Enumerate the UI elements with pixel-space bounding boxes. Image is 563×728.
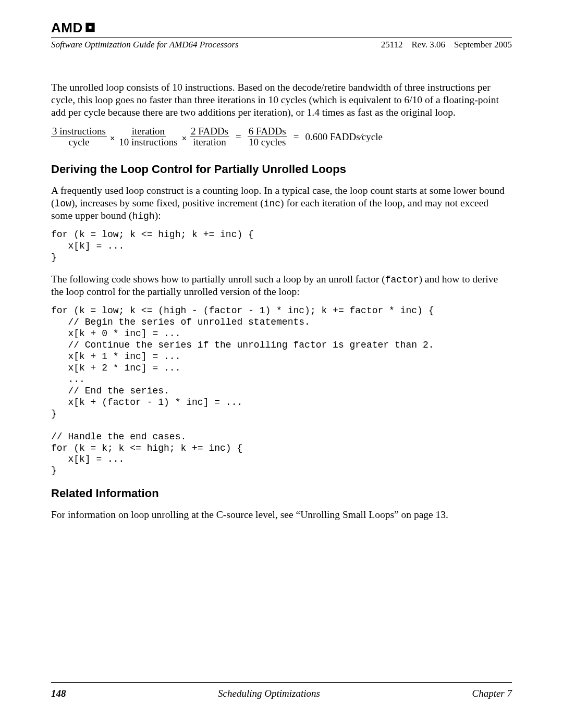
fraction-2: iteration 10 instructions (118, 126, 178, 147)
related-info-paragraph: For information on loop unrolling at the… (51, 509, 512, 521)
fraction-1-numerator: 3 instructions (51, 126, 107, 137)
brand-logo: AMD (51, 20, 512, 36)
footer-chapter-title: Scheduling Optimizations (218, 688, 320, 699)
fraction-1: 3 instructions cycle (51, 126, 107, 147)
footer-row: 148 Scheduling Optimizations Chapter 7 (51, 688, 512, 699)
running-header: Software Optimization Guide for AMD64 Pr… (51, 40, 512, 50)
equals-sign: = (231, 131, 246, 143)
text-run: ): (155, 210, 161, 221)
page: AMD Software Optimization Guide for AMD6… (0, 0, 563, 728)
running-footer: 148 Scheduling Optimizations Chapter 7 (51, 682, 512, 699)
inline-code-high: high (132, 211, 154, 221)
page-number: 148 (51, 688, 66, 699)
code-block-unrolled-loop: for (k = low; k <= (high - (factor - 1) … (51, 305, 512, 477)
inline-code-inc: inc (264, 199, 280, 209)
throughput-equation: 3 instructions cycle × iteration 10 inst… (51, 126, 512, 147)
inline-code-factor: factor (385, 275, 419, 285)
section-heading-related: Related Information (51, 486, 512, 500)
text-run: The following code shows how to partiall… (51, 274, 385, 285)
fraction-4-denominator: 10 cycles (248, 137, 287, 147)
footer-chapter-label: Chapter 7 (472, 688, 512, 699)
fraction-3: 2 FADDs iteration (190, 126, 229, 147)
multiply-icon: × (181, 133, 188, 144)
section-heading-deriving: Deriving the Loop Control for Partially … (51, 162, 512, 176)
brand-logo-arrow-icon (84, 20, 96, 36)
text-run: ), increases by some fixed, positive inc… (71, 198, 264, 208)
doc-title: Software Optimization Guide for AMD64 Pr… (51, 40, 239, 50)
footer-rule (51, 682, 512, 683)
section1-paragraph-b: The following code shows how to partiall… (51, 273, 512, 298)
doc-meta: 25112 Rev. 3.06 September 2005 (381, 40, 512, 50)
fraction-3-denominator: iteration (192, 137, 227, 147)
fraction-3-numerator: 2 FADDs (190, 126, 229, 137)
equals-sign: = (289, 131, 303, 143)
intro-paragraph: The unrolled loop consists of 10 instruc… (51, 81, 512, 119)
fraction-4-numerator: 6 FADDs (248, 126, 287, 137)
fraction-4: 6 FADDs 10 cycles (248, 126, 287, 147)
code-block-simple-loop: for (k = low; k <= high; k += inc) { x[k… (51, 229, 512, 264)
fraction-2-numerator: iteration (131, 126, 166, 137)
section1-paragraph-a: A frequently used loop construct is a co… (51, 184, 512, 222)
multiply-icon: × (109, 133, 116, 144)
body-content: The unrolled loop consists of 10 instruc… (51, 81, 512, 521)
brand-logo-text: AMD (51, 20, 83, 36)
equation-result: 0.600 FADDs⁄cycle (305, 131, 382, 143)
fraction-1-denominator: cycle (67, 137, 90, 147)
header-rule (51, 37, 512, 38)
fraction-2-denominator: 10 instructions (118, 137, 178, 147)
inline-code-low: low (55, 199, 71, 209)
